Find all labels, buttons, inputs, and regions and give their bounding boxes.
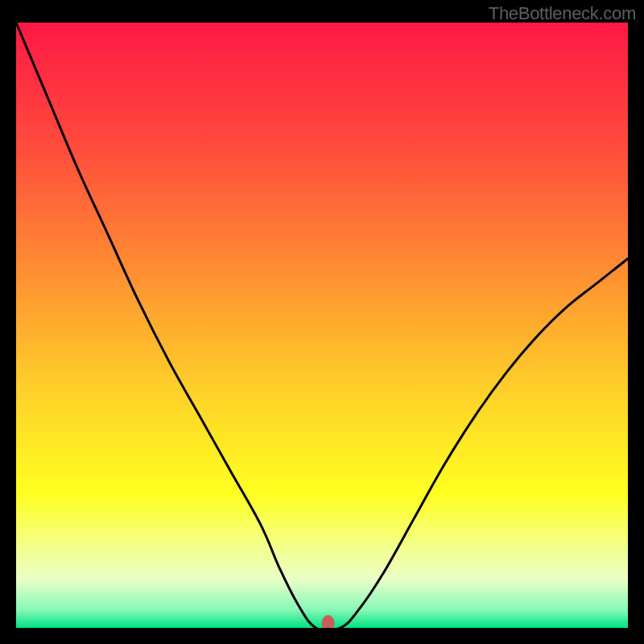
watermark-text: TheBottleneck.com: [489, 3, 636, 24]
gradient-background: [16, 23, 628, 628]
bottleneck-chart: [16, 23, 628, 628]
